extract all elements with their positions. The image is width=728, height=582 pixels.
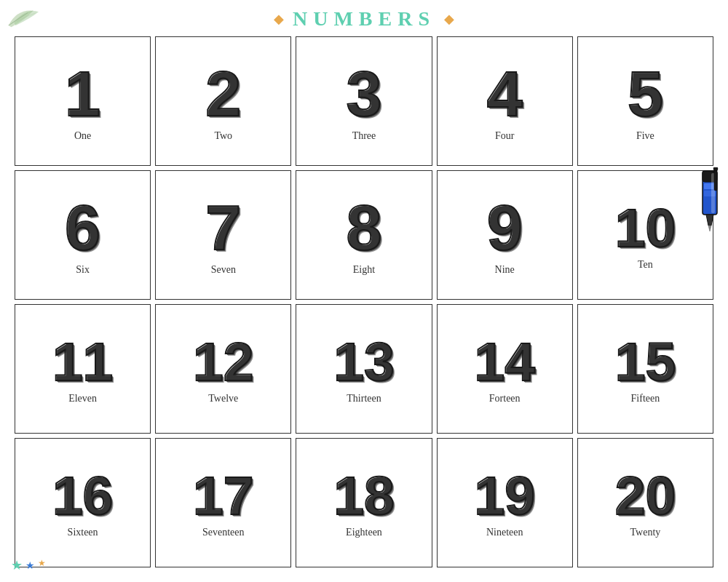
number-card-14: 14Forteen <box>437 304 573 434</box>
number-label-15: Fifteen <box>631 393 660 404</box>
number-label-6: Six <box>76 264 90 276</box>
number-display-13: 13 <box>333 333 394 391</box>
number-card-5: 5Five <box>577 36 713 166</box>
number-display-9: 9 <box>487 194 523 261</box>
number-card-16: 16Sixteen <box>15 438 151 567</box>
page-title: NUMBERS <box>293 7 435 31</box>
star-gold-icon: ★ <box>38 558 46 573</box>
diamond-left-icon: ◆ <box>274 11 284 27</box>
number-label-2: Two <box>214 130 232 142</box>
number-display-14: 14 <box>474 333 534 391</box>
svg-marker-4 <box>706 215 713 226</box>
number-label-20: Twenty <box>630 527 660 538</box>
number-card-3: 3Three <box>296 36 432 166</box>
star-teal-icon: ★ <box>11 557 23 573</box>
number-display-4: 4 <box>487 60 523 127</box>
numbers-grid: 1One2Two3Three4Four5Five6Six7Seven8Eight… <box>15 36 713 567</box>
number-label-12: Twelve <box>208 393 238 404</box>
number-display-20: 20 <box>615 467 676 525</box>
number-label-14: Forteen <box>489 393 521 404</box>
number-display-11: 11 <box>52 333 113 391</box>
number-label-11: Eleven <box>68 393 97 404</box>
number-label-10: Ten <box>638 259 653 271</box>
number-card-12: 12Twelve <box>155 304 291 434</box>
number-card-20: 20Twenty <box>577 438 713 567</box>
number-label-16: Sixteen <box>68 527 98 538</box>
number-label-5: Five <box>636 130 654 142</box>
number-card-2: 2Two <box>155 36 291 166</box>
number-label-4: Four <box>495 130 514 142</box>
number-display-3: 3 <box>347 60 382 127</box>
number-label-9: Nine <box>495 264 515 276</box>
number-card-15: 15Fifteen <box>577 304 713 434</box>
number-card-17: 17Seventeen <box>155 438 291 567</box>
page-header: ◆ NUMBERS ◆ <box>15 7 713 31</box>
number-display-19: 19 <box>474 467 534 525</box>
page-container: ◆ NUMBERS ◆ 1One2Two3Three4Four5Five6Six… <box>0 0 728 582</box>
number-display-12: 12 <box>193 333 253 391</box>
number-card-7: 7Seven <box>155 170 291 300</box>
number-display-17: 17 <box>193 467 253 525</box>
number-display-16: 16 <box>52 467 113 525</box>
number-card-4: 4Four <box>437 36 573 166</box>
number-display-8: 8 <box>347 194 382 261</box>
number-display-6: 6 <box>65 194 100 261</box>
number-label-18: Eighteen <box>346 527 382 538</box>
number-label-13: Thirteen <box>347 393 381 404</box>
number-display-10: 10 <box>615 199 676 257</box>
number-card-1: 1One <box>15 36 151 166</box>
number-display-2: 2 <box>205 60 241 127</box>
number-label-19: Nineteen <box>486 527 523 538</box>
number-card-8: 8Eight <box>296 170 432 300</box>
number-label-17: Seventeen <box>202 527 245 538</box>
number-label-1: One <box>74 130 91 142</box>
number-card-11: 11Eleven <box>15 304 151 434</box>
number-label-8: Eight <box>353 264 375 276</box>
number-card-13: 13Thirteen <box>296 304 432 434</box>
number-card-9: 9Nine <box>437 170 573 300</box>
number-card-19: 19Nineteen <box>437 438 573 567</box>
number-display-5: 5 <box>628 60 663 127</box>
number-display-7: 7 <box>205 194 241 261</box>
number-display-1: 1 <box>65 60 100 127</box>
number-label-3: Three <box>352 130 376 142</box>
number-card-6: 6Six <box>15 170 151 300</box>
marker-decoration-icon <box>694 167 727 240</box>
svg-rect-7 <box>714 169 717 191</box>
number-card-10: 10Ten <box>577 170 713 300</box>
star-blue-icon: ★ <box>25 559 35 573</box>
svg-point-8 <box>713 167 718 171</box>
stars-decoration: ★ ★ ★ <box>11 557 46 573</box>
number-display-18: 18 <box>333 467 394 525</box>
diamond-right-icon: ◆ <box>444 11 454 27</box>
svg-marker-5 <box>708 226 711 231</box>
number-display-15: 15 <box>615 333 676 391</box>
number-label-7: Seven <box>211 264 236 276</box>
number-card-18: 18Eighteen <box>296 438 432 567</box>
